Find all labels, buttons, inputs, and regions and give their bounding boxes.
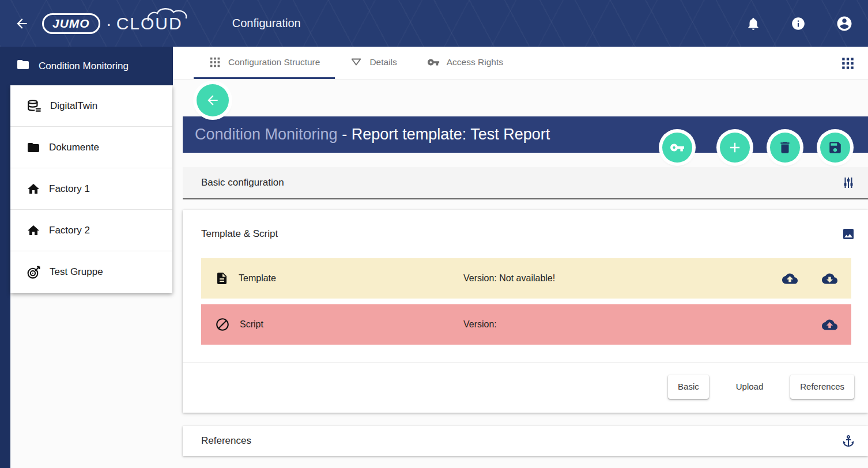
jumo-logo: JUMO (42, 13, 100, 34)
cloud-outline-icon (146, 6, 191, 22)
sidebar-item-condition-monitoring[interactable]: Condition Monitoring (0, 47, 173, 85)
sidebar-item-label: Factory 1 (49, 183, 90, 195)
card-actions: Basic Upload References (183, 374, 868, 399)
folder-icon (16, 58, 30, 74)
account-icon[interactable] (836, 15, 853, 32)
sidebar-item-label: Factory 2 (49, 225, 90, 236)
key-icon (427, 56, 440, 69)
cloud-logo: CLOUD (116, 14, 188, 33)
jumo-cloud-logo: JUMO · CLOUD (42, 13, 188, 34)
references-label: References (201, 435, 251, 447)
template-script-header: Template & Script (183, 210, 868, 258)
cloud-upload-icon[interactable] (782, 271, 798, 286)
basic-configuration-label: Basic configuration (201, 177, 284, 188)
template-script-title: Template & Script (201, 228, 278, 240)
target-icon (27, 265, 41, 280)
grid-icon (209, 56, 221, 69)
back-fab-button[interactable] (197, 84, 229, 116)
anchor-icon[interactable] (841, 434, 855, 448)
basic-button[interactable]: Basic (668, 375, 709, 399)
image-icon[interactable] (841, 227, 855, 241)
tab-label: Configuration Structure (228, 57, 320, 67)
sidebar-item-test-gruppe[interactable]: Test Gruppe (10, 251, 172, 293)
funnel-icon (350, 56, 363, 69)
detail-title-prefix: Condition Monitoring (195, 126, 338, 144)
template-row-label: Template (239, 273, 276, 284)
topbar-actions (746, 15, 853, 32)
folder-icon (27, 141, 40, 154)
apps-grid-icon[interactable] (840, 56, 855, 71)
script-version-text: Version: (463, 319, 497, 330)
sidebar-tree-panel: DigitalTwin Dokumente Factory 1 Factory … (10, 85, 172, 293)
template-version-text: Version: Not available! (463, 273, 555, 284)
template-script-card: Template & Script Template Version: Not … (183, 210, 868, 413)
sidebar: Condition Monitoring DigitalTwin Dokumen… (0, 47, 173, 468)
detail-title: - Report template: Test Report (338, 126, 550, 144)
template-row: Template Version: Not available! (201, 258, 851, 299)
save-fab-floppy-icon[interactable] (820, 133, 850, 163)
sidebar-item-factory-1[interactable]: Factory 1 (10, 168, 172, 210)
main-area: Configuration Structure Details Access R… (173, 47, 868, 468)
digital-twin-icon (27, 99, 41, 114)
detail-content: Condition Monitoring - Report template: … (173, 80, 868, 468)
tab-configuration-structure[interactable]: Configuration Structure (194, 47, 335, 79)
topbar: JUMO · CLOUD Configuration (0, 0, 868, 47)
sidebar-item-dokumente[interactable]: Dokumente (10, 127, 172, 168)
access-rights-fab-key-icon[interactable] (662, 133, 692, 163)
sliders-tune-icon[interactable] (841, 176, 855, 190)
notifications-bell-icon[interactable] (746, 16, 761, 31)
add-fab-plus-icon[interactable] (720, 133, 750, 163)
sidebar-item-digitaltwin[interactable]: DigitalTwin (10, 85, 172, 127)
basic-configuration-section[interactable]: Basic configuration (183, 167, 868, 199)
cloud-download-icon[interactable] (822, 271, 837, 286)
cloud-upload-icon[interactable] (822, 317, 837, 333)
script-row-label: Script (240, 319, 263, 330)
home-icon (27, 224, 40, 237)
document-icon (215, 271, 229, 285)
sidebar-item-label: Condition Monitoring (39, 61, 129, 72)
sidebar-item-label: Dokumente (49, 142, 99, 153)
tab-access-rights[interactable]: Access Rights (412, 47, 518, 79)
tab-details[interactable]: Details (335, 47, 412, 79)
script-row: Script Version: (201, 304, 851, 345)
brand-separator-dot: · (106, 14, 112, 33)
page-title: Configuration (232, 17, 301, 30)
references-button[interactable]: References (790, 375, 854, 399)
back-icon[interactable] (14, 16, 29, 31)
tab-label: Details (369, 57, 397, 67)
tab-label: Access Rights (447, 57, 503, 67)
references-section[interactable]: References (183, 426, 868, 456)
card-divider (183, 363, 868, 363)
upload-button[interactable]: Upload (726, 375, 773, 399)
delete-fab-trash-icon[interactable] (770, 133, 800, 163)
detail-header-band: Condition Monitoring - Report template: … (183, 116, 868, 153)
sidebar-item-factory-2[interactable]: Factory 2 (10, 210, 172, 251)
sidebar-item-label: Test Gruppe (50, 266, 103, 278)
tabbar: Configuration Structure Details Access R… (173, 47, 868, 80)
blocked-file-icon (215, 317, 230, 332)
sidebar-item-label: DigitalTwin (50, 100, 97, 112)
info-icon[interactable] (791, 16, 806, 31)
home-icon (27, 182, 40, 196)
